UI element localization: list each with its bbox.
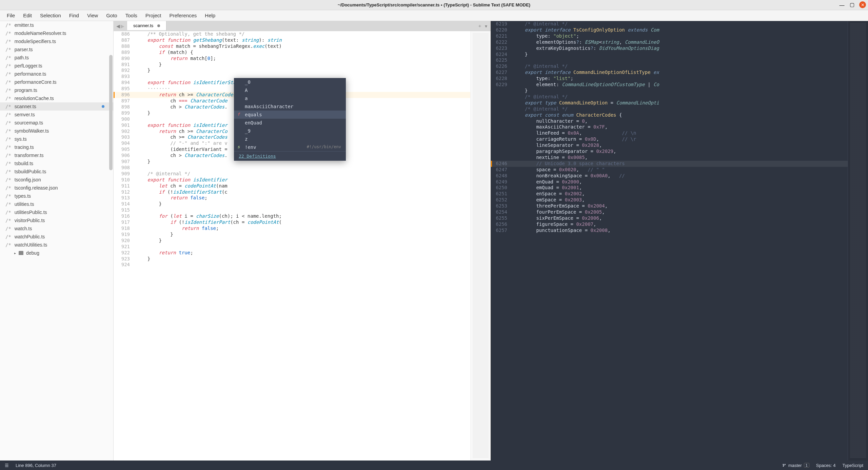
tab-scanner-ts[interactable]: scanner.ts — [127, 21, 166, 30]
autocomplete-item[interactable]: _9 — [234, 127, 346, 135]
sidebar-file-tracing-ts[interactable]: /*tracing.ts — [0, 143, 113, 151]
nav-back-icon[interactable]: ◀ — [116, 23, 120, 29]
menu-tools[interactable]: Tools — [122, 11, 141, 20]
code-line[interactable]: nextLine = 0x0085, — [491, 155, 848, 161]
code-line[interactable]: 924 — [114, 262, 470, 268]
sidebar-file-watch-ts[interactable]: /*watch.ts — [0, 224, 113, 233]
code-line[interactable]: } — [491, 88, 848, 94]
code-line[interactable]: export const enum CharacterCodes { — [491, 112, 848, 118]
autocomplete-definitions-link[interactable]: 22 Definitions — [234, 151, 346, 161]
maximize-button[interactable]: ▢ — [849, 2, 855, 8]
sidebar-file-transformer-ts[interactable]: /*transformer.ts — [0, 151, 113, 159]
code-line[interactable]: 6252 emSpace = 0x2003, — [491, 197, 848, 203]
code-line[interactable]: 888 const match = shebangTriviaRegex.exe… — [114, 43, 470, 50]
statusbar-menu-icon[interactable]: ☰ — [5, 463, 9, 468]
code-line[interactable]: 6226 /* @internal */ — [491, 63, 848, 70]
code-line[interactable]: 922 return true; — [114, 250, 470, 256]
autocomplete-item[interactable]: _0 — [234, 78, 346, 86]
code-line[interactable]: 6248 nonBreakingSpace = 0x00A0, // — [491, 173, 848, 179]
close-button[interactable]: ✕ — [859, 1, 866, 8]
code-line[interactable]: 6227 export interface CommandLineOptionO… — [491, 70, 848, 76]
code-line[interactable]: 6228 type: "list"; — [491, 76, 848, 82]
code-line[interactable]: 920 } — [114, 238, 470, 244]
code-line[interactable]: 890 return match[0]; — [114, 56, 470, 62]
autocomplete-item[interactable]: a — [234, 94, 346, 102]
menu-goto[interactable]: Goto — [103, 11, 121, 20]
code-line[interactable]: 921 — [114, 244, 470, 250]
code-line[interactable]: 6224 } — [491, 52, 848, 58]
code-line[interactable]: 887 export function getShebang(text: str… — [114, 37, 470, 43]
sidebar-file-types-ts[interactable]: /*types.ts — [0, 192, 113, 200]
autocomplete-item[interactable]: enQuad — [234, 119, 346, 127]
tab-history-nav[interactable]: ◀ ▶ — [114, 21, 127, 31]
code-line[interactable]: 6247 space = 0x0020, // " " — [491, 167, 848, 173]
code-line[interactable]: /* @internal */ — [491, 106, 848, 112]
sidebar-file-utilitiesPublic-ts[interactable]: /*utilitiesPublic.ts — [0, 208, 113, 216]
code-line[interactable]: 889 if (match) { — [114, 50, 470, 56]
sidebar-file-watchUtilities-ts[interactable]: /*watchUtilities.ts — [0, 241, 113, 249]
sidebar-file-semver-ts[interactable]: /*semver.ts — [0, 111, 113, 119]
sidebar[interactable]: /*emitter.ts/*moduleNameResolver.ts/*mod… — [0, 21, 114, 461]
code-line[interactable]: 6246 // Unicode 3.0 space characters — [491, 161, 848, 167]
code-line[interactable]: 6250 emQuad = 0x2001, — [491, 185, 848, 191]
code-line[interactable]: maxAsciiCharacter = 0x7F, — [491, 124, 848, 130]
menu-file[interactable]: File — [3, 11, 18, 20]
sidebar-file-performanceCore-ts[interactable]: /*performanceCore.ts — [0, 78, 113, 86]
code-line[interactable]: export type CommandLineOption = CommandL… — [491, 100, 848, 106]
code-line[interactable]: 908 — [114, 165, 470, 171]
autocomplete-popup[interactable]: _0AamaxAsciiCharacterfequalsenQuad_9zs!e… — [234, 78, 346, 161]
sidebar-file-tsconfig-release-json[interactable]: /*tsconfig.release.json — [0, 184, 113, 192]
sidebar-file-perfLogger-ts[interactable]: /*perfLogger.ts — [0, 62, 113, 70]
sidebar-file-sourcemap-ts[interactable]: /*sourcemap.ts — [0, 119, 113, 127]
sidebar-file-parser-ts[interactable]: /*parser.ts — [0, 45, 113, 54]
sidebar-scrollbar-thumb[interactable] — [109, 55, 113, 170]
sidebar-file-scanner-ts[interactable]: /*scanner.ts — [0, 102, 113, 111]
sidebar-file-emitter-ts[interactable]: /*emitter.ts — [0, 21, 113, 29]
sidebar-file-path-ts[interactable]: /*path.ts — [0, 54, 113, 62]
code-line[interactable]: 917 if (!isIdentifierPart(ch = codePoint… — [114, 219, 470, 226]
sidebar-file-symbolWalker-ts[interactable]: /*symbolWalker.ts — [0, 127, 113, 135]
code-line[interactable]: paragraphSeparator = 0x2029, — [491, 149, 848, 155]
filetype-setting[interactable]: TypeScript — [843, 463, 863, 468]
minimize-button[interactable]: — — [839, 2, 845, 8]
indentation-setting[interactable]: Spaces: 4 — [816, 463, 836, 468]
code-line[interactable]: 916 for (let i = charSize(ch); i < name.… — [114, 213, 470, 219]
sidebar-file-moduleNameResolver-ts[interactable]: /*moduleNameResolver.ts — [0, 29, 113, 37]
sidebar-file-moduleSpecifiers-ts[interactable]: /*moduleSpecifiers.ts — [0, 37, 113, 45]
code-line[interactable]: 6249 enQuad = 0x2000, — [491, 179, 848, 185]
code-line[interactable]: 6253 threePerEmSpace = 0x2004, — [491, 203, 848, 209]
menu-preferences[interactable]: Preferences — [166, 11, 200, 20]
menu-selection[interactable]: Selection — [37, 11, 64, 20]
code-line[interactable]: 910 export function isIdentifier — [114, 177, 470, 183]
code-line[interactable]: 6254 fourPerEmSpace = 0x2005, — [491, 209, 848, 215]
code-line[interactable]: 913 return false; — [114, 195, 470, 201]
sidebar-file-program-ts[interactable]: /*program.ts — [0, 86, 113, 94]
editor-content-right[interactable]: 6219 /* @internal */6220 export interfac… — [491, 21, 848, 461]
code-line[interactable]: 892 } — [114, 67, 470, 74]
code-line[interactable]: 6221 type: "object"; — [491, 33, 848, 39]
code-line[interactable]: 6223 extraKeyDiagnostics?: DidYouMeanOpt… — [491, 45, 848, 52]
sidebar-folder-debug[interactable]: ▸ debug — [0, 249, 113, 257]
tab-list-dropdown-icon[interactable]: ▾ — [485, 23, 487, 29]
sidebar-file-tsconfig-json[interactable]: /*tsconfig.json — [0, 176, 113, 184]
code-line[interactable]: 6220 export interface TsConfigOnlyOption… — [491, 27, 848, 33]
minimap-right[interactable] — [848, 21, 868, 461]
code-line[interactable]: 912 if (!isIdentifierStart(c — [114, 189, 470, 195]
code-line[interactable]: 6256 figureSpace = 0x2007, — [491, 221, 848, 228]
sidebar-file-resolutionCache-ts[interactable]: /*resolutionCache.ts — [0, 94, 113, 102]
git-branch[interactable]: master 1 — [782, 463, 809, 468]
code-line[interactable]: 923 } — [114, 256, 470, 262]
menu-view[interactable]: View — [84, 11, 101, 20]
code-line[interactable]: 6251 enSpace = 0x2002, — [491, 191, 848, 197]
sidebar-file-tsbuild-ts[interactable]: /*tsbuild.ts — [0, 159, 113, 168]
sidebar-file-utilities-ts[interactable]: /*utilities.ts — [0, 200, 113, 208]
code-line[interactable]: 911 let ch = codePointAt(nam — [114, 183, 470, 189]
code-line[interactable]: 6222 elementOptions?: ESMap<string, Comm… — [491, 39, 848, 45]
code-line[interactable]: 918 return false; — [114, 226, 470, 232]
nav-forward-icon[interactable]: ▶ — [121, 23, 124, 29]
code-line[interactable]: 6257 punctuationSpace = 0x2008, — [491, 228, 848, 234]
sidebar-file-watchPublic-ts[interactable]: /*watchPublic.ts — [0, 233, 113, 241]
code-line[interactable]: /* @internal */ — [491, 94, 848, 100]
cursor-position[interactable]: Line 896, Column 37 — [16, 463, 56, 468]
code-line[interactable]: 886 /** Optionally, get the shebang */ — [114, 31, 470, 37]
